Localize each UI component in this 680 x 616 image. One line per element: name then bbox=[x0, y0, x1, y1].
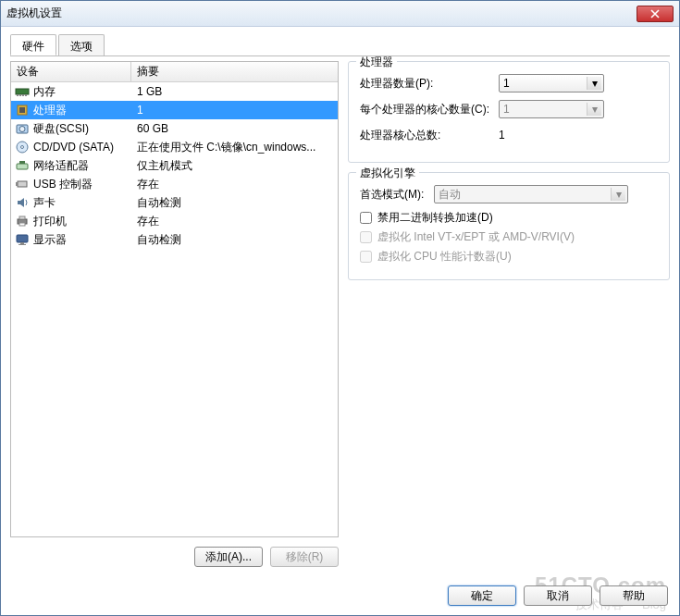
chevron-down-icon: ▾ bbox=[587, 77, 601, 90]
disable-binary-translation-label: 禁用二进制转换加速(D) bbox=[377, 210, 493, 226]
device-summary: 1 GB bbox=[131, 85, 338, 98]
device-list: 设备 摘要 内存1 GB处理器1硬盘(SCSI)60 GBCD/DVD (SAT… bbox=[10, 61, 339, 537]
virtualization-engine-title: 虚拟化引擎 bbox=[356, 166, 419, 181]
device-summary: 自动检测 bbox=[131, 232, 338, 248]
device-summary: 存在 bbox=[131, 214, 338, 229]
svg-point-8 bbox=[19, 127, 25, 132]
device-name: 打印机 bbox=[33, 214, 67, 229]
list-row[interactable]: 硬盘(SCSI)60 GB bbox=[11, 119, 338, 138]
device-name: USB 控制器 bbox=[33, 177, 93, 192]
cancel-button[interactable]: 取消 bbox=[524, 585, 592, 606]
chevron-down-icon: ▾ bbox=[611, 188, 625, 201]
chevron-down-icon: ▾ bbox=[587, 103, 601, 116]
device-summary: 存在 bbox=[131, 177, 338, 192]
window-title: 虚拟机设置 bbox=[6, 6, 637, 21]
list-row[interactable]: CD/DVD (SATA)正在使用文件 C:\镜像\cn_windows... bbox=[11, 138, 338, 156]
svg-rect-14 bbox=[16, 182, 18, 186]
device-cell: 网络适配器 bbox=[11, 158, 131, 174]
device-cell: 声卡 bbox=[11, 195, 131, 211]
svg-rect-11 bbox=[17, 164, 28, 169]
disk-icon bbox=[15, 121, 30, 136]
preferred-mode-value: 自动 bbox=[439, 187, 461, 203]
preferred-mode-label: 首选模式(M): bbox=[360, 187, 434, 203]
virtualize-cpu-counters-label: 虚拟化 CPU 性能计数器(U) bbox=[377, 249, 512, 265]
col-device-header[interactable]: 设备 bbox=[11, 62, 131, 81]
list-row[interactable]: 处理器1 bbox=[11, 101, 338, 119]
sound-icon bbox=[15, 195, 30, 210]
list-row[interactable]: USB 控制器存在 bbox=[11, 175, 338, 193]
device-cell: 内存 bbox=[11, 84, 131, 100]
svg-point-10 bbox=[21, 146, 24, 149]
total-cores-label: 处理器核心总数: bbox=[360, 128, 499, 143]
device-name: 处理器 bbox=[33, 103, 67, 118]
remove-button: 移除(R) bbox=[270, 547, 339, 567]
display-icon bbox=[15, 232, 30, 247]
list-row[interactable]: 网络适配器仅主机模式 bbox=[11, 156, 338, 175]
usb-icon bbox=[15, 177, 30, 191]
device-name: 内存 bbox=[33, 84, 56, 100]
svg-rect-2 bbox=[19, 94, 21, 96]
ok-button[interactable]: 确定 bbox=[448, 585, 516, 606]
device-summary: 1 bbox=[131, 104, 338, 117]
device-name: CD/DVD (SATA) bbox=[33, 141, 114, 154]
device-name: 网络适配器 bbox=[33, 158, 89, 174]
disable-binary-translation-checkbox[interactable] bbox=[360, 212, 372, 224]
device-summary: 正在使用文件 C:\镜像\cn_windows... bbox=[131, 140, 338, 155]
device-name: 显示器 bbox=[33, 232, 67, 248]
virtualize-cpu-counters-checkbox bbox=[360, 251, 372, 263]
svg-rect-16 bbox=[19, 216, 25, 219]
list-row[interactable]: 内存1 GB bbox=[11, 82, 338, 101]
tab-hardware[interactable]: 硬件 bbox=[10, 34, 56, 55]
device-summary: 60 GB bbox=[131, 122, 338, 135]
virtualize-vt-label: 虚拟化 Intel VT-x/EPT 或 AMD-V/RVI(V) bbox=[377, 229, 575, 245]
list-header: 设备 摘要 bbox=[11, 62, 338, 82]
svg-rect-4 bbox=[25, 94, 27, 96]
device-name: 硬盘(SCSI) bbox=[33, 121, 89, 137]
device-cell: CD/DVD (SATA) bbox=[11, 140, 131, 154]
cpu-icon bbox=[15, 103, 30, 117]
virtualize-vt-checkbox bbox=[360, 231, 372, 243]
close-icon bbox=[650, 9, 660, 18]
device-cell: USB 控制器 bbox=[11, 177, 131, 192]
svg-rect-18 bbox=[17, 235, 28, 242]
titlebar: 虚拟机设置 bbox=[1, 1, 679, 27]
tab-options[interactable]: 选项 bbox=[58, 34, 105, 55]
svg-rect-13 bbox=[18, 181, 27, 187]
list-row[interactable]: 打印机存在 bbox=[11, 212, 338, 230]
left-panel: 设备 摘要 内存1 GB处理器1硬盘(SCSI)60 GBCD/DVD (SAT… bbox=[10, 61, 339, 567]
processor-group-title: 处理器 bbox=[356, 55, 397, 70]
svg-rect-20 bbox=[19, 244, 26, 245]
svg-rect-1 bbox=[17, 94, 19, 96]
memory-icon bbox=[15, 84, 30, 99]
cores-per-processor-select: 1 ▾ bbox=[499, 100, 604, 118]
add-button[interactable]: 添加(A)... bbox=[194, 547, 263, 567]
svg-rect-3 bbox=[22, 94, 24, 96]
printer-icon bbox=[15, 214, 30, 228]
total-cores-value: 1 bbox=[499, 129, 658, 142]
close-button[interactable] bbox=[637, 6, 674, 22]
cores-per-processor-label: 每个处理器的核心数量(C): bbox=[360, 102, 499, 117]
list-row[interactable]: 声卡自动检测 bbox=[11, 193, 338, 212]
vm-settings-window: 虚拟机设置 硬件 选项 设备 摘要 内存1 GB处理器1硬盘(SCSI)60 G… bbox=[0, 0, 680, 616]
tab-bar: 硬件 选项 bbox=[10, 34, 670, 56]
processor-count-label: 处理器数量(P): bbox=[360, 76, 499, 92]
processor-count-select[interactable]: 1 ▾ bbox=[499, 74, 604, 92]
device-cell: 处理器 bbox=[11, 103, 131, 118]
right-panel: 处理器 处理器数量(P): 1 ▾ 每个处理器的核心数量(C): 1 ▾ bbox=[348, 61, 670, 567]
device-cell: 硬盘(SCSI) bbox=[11, 121, 131, 137]
preferred-mode-select: 自动 ▾ bbox=[434, 185, 628, 203]
cd-icon bbox=[15, 140, 30, 154]
device-cell: 显示器 bbox=[11, 232, 131, 248]
cores-per-processor-value: 1 bbox=[503, 103, 510, 116]
svg-rect-6 bbox=[19, 107, 25, 113]
net-icon bbox=[15, 158, 30, 173]
svg-rect-19 bbox=[20, 242, 24, 244]
svg-rect-17 bbox=[19, 223, 25, 226]
bottom-buttons: 确定 取消 帮助 bbox=[448, 585, 668, 606]
list-body: 内存1 GB处理器1硬盘(SCSI)60 GBCD/DVD (SATA)正在使用… bbox=[11, 82, 338, 249]
device-cell: 打印机 bbox=[11, 214, 131, 229]
help-button[interactable]: 帮助 bbox=[600, 585, 668, 606]
list-row[interactable]: 显示器自动检测 bbox=[11, 230, 338, 249]
col-summary-header[interactable]: 摘要 bbox=[131, 64, 338, 80]
svg-rect-0 bbox=[16, 89, 29, 94]
